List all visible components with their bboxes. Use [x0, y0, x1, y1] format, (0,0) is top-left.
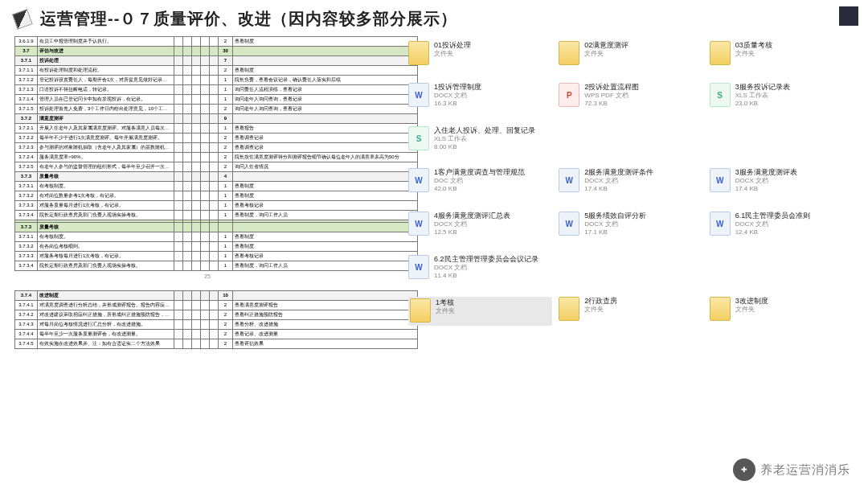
folder-icon — [710, 297, 731, 321]
row-score: 1 — [219, 261, 233, 271]
row-no: 3.7.2.3 — [15, 143, 38, 153]
row-cell — [210, 105, 219, 114]
row-text: 每半年不少于进行1次满意度测评。每年开展满意度测评。 — [38, 134, 174, 143]
row-no: 3.7 — [15, 47, 38, 56]
row-note: 查看调查记录 — [233, 143, 418, 153]
row-note — [233, 56, 418, 66]
row-note: 询问老年人询问查询，查看记录 — [233, 105, 418, 114]
row-cell — [192, 252, 201, 261]
table-row: 3.7.2.1开展入住老年人及其家属满意度测评。对服务满意人员每次随访记录三次进… — [15, 124, 418, 134]
row-cell — [210, 223, 219, 232]
file-size: 17.1 KB — [584, 228, 646, 236]
file-item[interactable]: W5服务绩效自评分析DOCX 文档17.1 KB — [559, 212, 702, 240]
table-row: 3.7.4.1对满意度调查进行分析总结，并形成测评报告。报告内容应包括测评对象、… — [15, 301, 418, 310]
row-cell — [192, 124, 201, 134]
file-item[interactable]: W3服务满意度测评表DOCX 文档17.4 KB — [710, 168, 854, 197]
row-cell — [201, 56, 210, 66]
table-row: 3.7.3.2有各岗位考核细则。1查看制度 — [15, 242, 418, 252]
row-text: 对满意度调查进行分析总结，并形成测评报告。报告内容应包括测评对象、测评过程、测评… — [38, 301, 174, 310]
row-cell — [183, 261, 192, 271]
row-cell — [174, 143, 183, 153]
file-type: DOC 文档 — [434, 177, 525, 185]
file-name: 4服务满意度测评汇总表 — [434, 212, 510, 220]
row-cell — [174, 261, 183, 271]
row-score: 1 — [219, 95, 233, 105]
row-cell — [210, 153, 219, 162]
table-row: 3.7.3.4院长定期行政查房及部门负责人现场实操考核。1查看制度，询问工作人员 — [15, 261, 418, 271]
row-no: 3.7.4.4 — [15, 330, 38, 339]
row-score: 2 — [219, 339, 233, 349]
row-no: 3.7.3 — [15, 172, 38, 182]
file-name: 入住老人投诉、处理、回复记录 — [434, 126, 535, 135]
row-cell — [183, 242, 192, 252]
row-note — [233, 114, 418, 124]
row-cell — [192, 114, 201, 124]
row-no: 3.7.1.4 — [15, 95, 38, 105]
row-cell — [183, 252, 192, 261]
row-cell — [201, 339, 210, 349]
row-cell — [210, 56, 219, 66]
row-cell — [210, 301, 219, 310]
row-text: 参与测评的对象随机抽取（含老年人及其家属）的基数随机以下标准：入住人数低于200… — [38, 143, 174, 153]
table-row: 3.7.4改进制度10 — [15, 291, 418, 301]
table-row: 3.7.2.3参与测评的对象随机抽取（含老年人及其家属）的基数随机以下标准：入住… — [15, 143, 418, 153]
file-item[interactable]: S入住老人投诉、处理、回复记录XLS 工作表8.00 KB — [408, 126, 552, 155]
table-row: 3.7.1.2登记投诉设置责任人，每期开会1次，对所提意见做好记录。有记录。1院… — [15, 76, 418, 85]
row-cell — [210, 291, 219, 301]
row-cell — [183, 330, 192, 339]
file-item[interactable]: W6.2民主管理管理委员会会议记录DOCX 文档11.4 KB — [408, 255, 552, 284]
row-text: 对改进建议采取相应纠正措施，所形成纠正措施预防报告，建立持续改进机制。 — [38, 310, 174, 320]
file-item[interactable]: S3服务投诉记录表XLS 工作表23.0 KB — [710, 83, 854, 112]
row-note: 查看制度 — [233, 191, 418, 201]
file-item[interactable]: W2服务满意度测评条件DOCX 文档17.4 KB — [559, 168, 702, 197]
file-item[interactable]: P2投诉处置流程图WPS PDF 文档72.3 KB — [559, 83, 702, 112]
row-score: 2 — [219, 134, 233, 143]
folder-item[interactable]: 02满意度测评文件夹 — [559, 41, 702, 70]
table-row: 3.7.1.4管理人员在已登记问卡中如有发现投诉，有记录。1询问老年人询问查询，… — [15, 95, 418, 105]
folder-item[interactable]: 1考核文件夹 — [408, 297, 552, 326]
folder-item[interactable]: 3改进制度文件夹 — [710, 297, 854, 326]
table-row: 3.7.1投诉处理7 — [15, 56, 418, 66]
file-item[interactable]: W4服务满意度测评汇总表DOCX 文档12.5 KB — [408, 212, 552, 240]
row-score: 7 — [219, 56, 233, 66]
table-row: 3.7.3质量考核 — [15, 223, 418, 232]
row-cell — [210, 339, 219, 349]
file-size: 11.4 KB — [434, 272, 538, 280]
file-item[interactable]: W1投诉管理制度DOCX 文档16.3 KB — [408, 83, 552, 112]
row-cell — [183, 232, 192, 242]
row-score: 1 — [219, 242, 233, 252]
row-note: 询问老年人询问查询，查看记录 — [233, 95, 418, 105]
file-item[interactable]: W1客户满意度调查与管理规范DOC 文档42.0 KB — [408, 168, 552, 197]
table-row: 3.7.3.2有对岗位数量参考1次考核，有记录。1查看制度 — [15, 191, 418, 201]
row-cell — [210, 191, 219, 201]
table-row: 3.7.3.3对服务考核每月进行1次考核，有记录。1查看考核记录 — [15, 252, 418, 261]
wechat-icon: ✚ — [733, 458, 755, 481]
file-item[interactable]: W6.1民主管理委员会准则DOCX 文档12.4 KB — [710, 212, 854, 240]
folder-item[interactable]: 01投诉处理文件夹 — [408, 41, 552, 70]
row-cell — [174, 191, 183, 201]
row-cell — [210, 85, 219, 95]
row-no: 3.7.3.2 — [15, 191, 38, 201]
row-no: 3.7.1.2 — [15, 76, 38, 85]
row-cell — [210, 242, 219, 252]
row-no: 3.7.1.1 — [15, 66, 38, 76]
row-cell — [201, 252, 210, 261]
table-row: 3.6.1.9有员工申报管理制度并予认执行。2查看制度 — [15, 37, 418, 47]
row-note: 询问责任人流程演练，查看记录 — [233, 85, 418, 95]
row-cell — [183, 211, 192, 220]
row-cell — [174, 339, 183, 349]
table-row: 3.7.4.2对改进建议采取相应纠正措施，所形成纠正措施预防报告，建立持续改进机… — [15, 310, 418, 320]
row-note: 院长负责，查看会议记录，确认责任人落实和后续 — [233, 76, 418, 85]
docx-icon: W — [408, 168, 429, 192]
row-cell — [201, 330, 210, 339]
row-no: 3.7.4 — [15, 291, 38, 301]
table-row: 3.7.3.3对服务质量每月进行1次考核，有记录。1查看考核记录 — [15, 201, 418, 211]
row-text: 改进制度 — [38, 291, 174, 301]
file-type: DOCX 文档 — [735, 220, 811, 228]
folder-item[interactable]: 03质量考核文件夹 — [710, 41, 854, 70]
folder-item[interactable]: 2行政查房文件夹 — [559, 297, 702, 326]
row-text: 有考核制度。 — [38, 232, 174, 242]
row-cell — [201, 37, 210, 47]
row-cell — [183, 76, 192, 85]
table-row: 3.7.3.4院长定期行政查房及部门负责人现场实操考核。1查看制度，询问工作人员 — [15, 211, 418, 220]
